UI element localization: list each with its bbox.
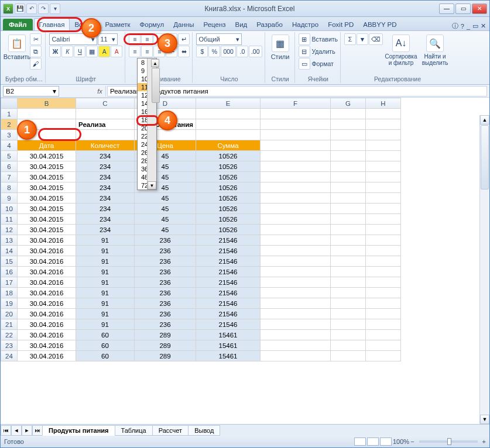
fill-icon[interactable]: ▼: [357, 33, 368, 45]
cell[interactable]: 10526: [196, 214, 261, 225]
column-header[interactable]: F: [261, 98, 331, 109]
cell[interactable]: [261, 225, 331, 235]
cell[interactable]: [366, 151, 401, 161]
cell[interactable]: 15461: [196, 351, 261, 361]
cell[interactable]: 30.04.2016: [18, 288, 76, 298]
cell[interactable]: Дата: [18, 140, 76, 151]
cell[interactable]: [261, 214, 331, 225]
cell[interactable]: [331, 161, 366, 172]
zoom-slider[interactable]: [419, 440, 478, 443]
cell[interactable]: 21546: [196, 277, 261, 288]
sheet-tab-1[interactable]: Таблица: [115, 425, 153, 436]
row-header[interactable]: 10: [1, 204, 18, 214]
cell[interactable]: 236: [135, 267, 196, 277]
cell[interactable]: [366, 267, 401, 277]
cell[interactable]: [261, 298, 331, 309]
cell[interactable]: [366, 214, 401, 225]
fx-button[interactable]: fx: [94, 86, 106, 97]
cell[interactable]: 45: [135, 225, 196, 235]
cell[interactable]: [366, 330, 401, 340]
row-header[interactable]: 9: [1, 193, 18, 204]
row-header[interactable]: 17: [1, 277, 18, 288]
cell[interactable]: [366, 256, 401, 267]
italic-button[interactable]: К: [61, 46, 73, 57]
cell[interactable]: 91: [76, 319, 135, 330]
cell[interactable]: 236: [135, 246, 196, 256]
cell[interactable]: [261, 172, 331, 182]
row-header[interactable]: 4: [1, 140, 18, 151]
cell[interactable]: [331, 351, 366, 361]
cell[interactable]: [261, 330, 331, 340]
cell[interactable]: 234: [76, 225, 135, 235]
cell[interactable]: 91: [76, 246, 135, 256]
cell[interactable]: 91: [76, 256, 135, 267]
cell[interactable]: [366, 109, 401, 119]
cell[interactable]: [366, 193, 401, 204]
cell[interactable]: [366, 172, 401, 182]
sheet-nav-prev-icon[interactable]: ◄: [11, 425, 22, 436]
row-header[interactable]: 5: [1, 151, 18, 161]
cell[interactable]: 289: [135, 330, 196, 340]
cell[interactable]: [331, 267, 366, 277]
underline-button[interactable]: Ч: [74, 46, 85, 57]
zoom-minus-button[interactable]: −: [410, 438, 414, 445]
fill-color-icon[interactable]: A: [98, 46, 110, 57]
cell[interactable]: [331, 277, 366, 288]
cell[interactable]: [331, 309, 366, 319]
row-header[interactable]: 15: [1, 256, 18, 267]
comma-icon[interactable]: 000: [221, 46, 236, 57]
name-box[interactable]: B2▾: [3, 86, 59, 97]
tab-formulas[interactable]: Формул: [135, 19, 169, 30]
copy-icon[interactable]: ⧉: [30, 46, 42, 57]
cell[interactable]: [196, 119, 261, 130]
cell[interactable]: 91: [76, 235, 135, 246]
ribbon-q-icon[interactable]: ?: [461, 23, 464, 30]
cell[interactable]: [331, 319, 366, 330]
worksheet-grid[interactable]: BCDEFGH12Реализа одуктов питания34ДатаКо…: [1, 98, 489, 425]
qat-save-icon[interactable]: 💾: [15, 4, 25, 14]
cell[interactable]: 10526: [196, 204, 261, 214]
cell[interactable]: [331, 119, 366, 130]
select-all-corner[interactable]: [1, 98, 18, 109]
dec-inc-icon[interactable]: .0: [237, 46, 248, 57]
cell[interactable]: [76, 130, 135, 140]
cell[interactable]: 236: [135, 309, 196, 319]
cell[interactable]: [366, 288, 401, 298]
cell[interactable]: 30.04.2016: [18, 256, 76, 267]
cell[interactable]: [366, 277, 401, 288]
cell[interactable]: 30.04.2016: [18, 309, 76, 319]
tab-home[interactable]: Главная: [34, 18, 70, 30]
cell[interactable]: [261, 140, 331, 151]
cell[interactable]: 91: [76, 277, 135, 288]
cell[interactable]: 30.04.2015: [18, 214, 76, 225]
delete-cells-button[interactable]: Удалить: [311, 48, 335, 55]
cell[interactable]: [261, 277, 331, 288]
window-close-button[interactable]: ✕: [472, 4, 487, 14]
cell[interactable]: [331, 182, 366, 193]
cell[interactable]: [366, 119, 401, 130]
cell[interactable]: 30.04.2016: [18, 246, 76, 256]
tab-abbyy[interactable]: ABBYY PD: [358, 19, 401, 30]
cell[interactable]: [261, 109, 331, 119]
cell[interactable]: 60: [76, 351, 135, 361]
font-size-dropdown[interactable]: ▲ ▼ 891011121416182022242628364872: [137, 58, 157, 190]
row-header[interactable]: 19: [1, 298, 18, 309]
cell[interactable]: [366, 161, 401, 172]
sort-filter-button[interactable]: A↓ Сортировка и фильтр: [384, 33, 418, 66]
cell[interactable]: Сумма: [196, 140, 261, 151]
row-header[interactable]: 11: [1, 214, 18, 225]
cell[interactable]: [366, 340, 401, 351]
sheet-tab-3[interactable]: Вывод: [188, 425, 220, 436]
view-break-icon[interactable]: [380, 437, 392, 446]
sheet-nav-next-icon[interactable]: ►: [22, 425, 32, 436]
cell[interactable]: 10526: [196, 193, 261, 204]
cell[interactable]: [196, 109, 261, 119]
cell[interactable]: 10526: [196, 161, 261, 172]
app-icon[interactable]: X: [3, 4, 13, 14]
cell[interactable]: 21546: [196, 288, 261, 298]
cell[interactable]: [331, 256, 366, 267]
row-header[interactable]: 16: [1, 267, 18, 277]
dropdown-scrollbar[interactable]: ▲ ▼: [147, 58, 156, 189]
row-header[interactable]: 6: [1, 161, 18, 172]
tab-addins[interactable]: Надстро: [287, 19, 323, 30]
